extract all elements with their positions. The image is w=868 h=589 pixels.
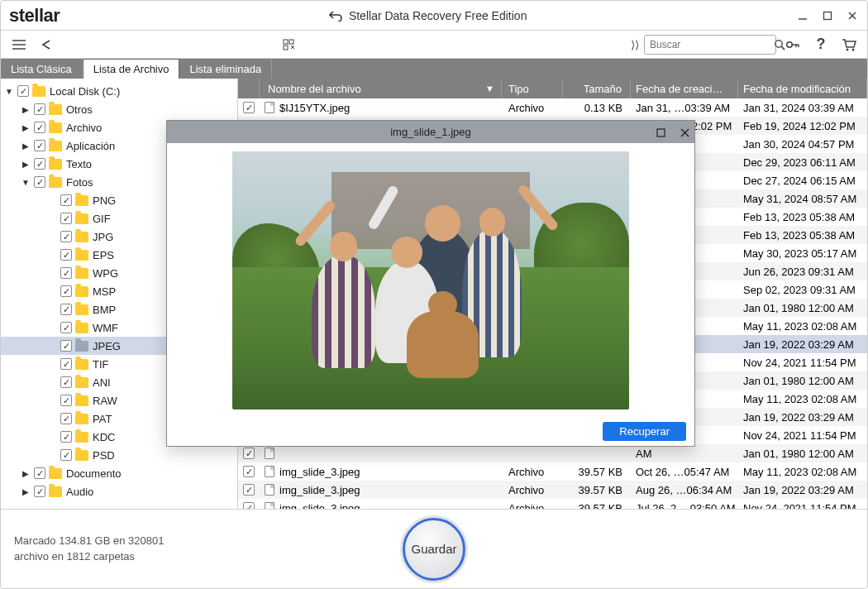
column-created[interactable]: Fecha de creaci… [631, 79, 738, 98]
file-modified: May 30, 2023 05:17 AM [738, 247, 867, 260]
svg-rect-2 [284, 40, 288, 44]
folder-icon [75, 341, 88, 352]
checkbox[interactable]: ✓ [34, 158, 45, 170]
file-icon [265, 102, 274, 113]
checkbox[interactable]: ✓ [34, 467, 45, 479]
checkbox[interactable]: ✓ [60, 267, 72, 279]
table-row[interactable]: ✓AMJan 01, 1980 12:00 AM [238, 444, 867, 462]
tree-label: MSP [93, 285, 116, 298]
folder-icon [49, 141, 62, 151]
save-button[interactable]: Guardar [403, 518, 465, 581]
file-icon [265, 484, 274, 496]
folder-icon [75, 286, 88, 297]
checkbox[interactable]: ✓ [60, 213, 72, 224]
checkbox[interactable]: ✓ [60, 194, 72, 206]
file-created: Jan 31, …03:39 AM [631, 102, 738, 114]
checkbox[interactable]: ✓ [60, 431, 72, 443]
table-row[interactable]: ✓$IJ15YTX.jpegArchivo0.13 KBJan 31, …03:… [238, 98, 867, 117]
checkbox[interactable]: ✓ [243, 448, 255, 459]
file-name: $IJ15YTX.jpeg [279, 102, 350, 114]
checkbox[interactable]: ✓ [243, 484, 255, 496]
checkbox[interactable]: ✓ [60, 304, 72, 315]
checkbox[interactable]: ✓ [60, 322, 72, 333]
twisty-icon[interactable]: ▶ [21, 141, 31, 151]
tree-otros[interactable]: ▶✓Otros [1, 100, 237, 118]
checkbox[interactable]: ✓ [60, 376, 72, 388]
tree-label: ANI [93, 376, 111, 389]
checkbox[interactable]: ✓ [60, 395, 72, 406]
preview-maximize-icon[interactable] [656, 128, 665, 137]
key-icon[interactable] [781, 35, 804, 55]
column-name[interactable]: Nombre del archivo▼ [260, 79, 502, 98]
folder-icon [75, 213, 88, 224]
checkbox[interactable]: ✓ [17, 85, 29, 97]
twisty-icon[interactable]: ▼ [21, 178, 31, 187]
cart-icon[interactable] [837, 35, 861, 55]
svg-point-7 [787, 41, 792, 46]
twisty-icon[interactable]: ▶ [21, 469, 31, 478]
preview-window[interactable]: img_slide_1.jpeg Recuperar [166, 120, 695, 447]
tree-psd[interactable]: ▶✓PSD [1, 446, 237, 464]
column-type[interactable]: Tipo [502, 79, 563, 98]
checkbox[interactable]: ✓ [243, 466, 255, 477]
back-button[interactable] [36, 35, 59, 55]
checkbox[interactable]: ✓ [34, 486, 45, 497]
checkbox[interactable]: ✓ [60, 285, 72, 297]
folder-icon [49, 177, 62, 188]
twisty-icon[interactable]: ▶ [21, 105, 31, 114]
checkbox[interactable]: ✓ [243, 502, 255, 509]
checkbox[interactable]: ✓ [60, 249, 72, 261]
file-size: 39.57 KB [563, 466, 631, 478]
checkbox[interactable]: ✓ [60, 358, 72, 370]
svg-rect-10 [657, 129, 665, 136]
checkbox[interactable]: ✓ [60, 413, 72, 424]
checkbox[interactable]: ✓ [34, 122, 45, 133]
menu-icon[interactable] [7, 35, 31, 55]
checkbox[interactable]: ✓ [34, 140, 45, 151]
tree-label: PAT [93, 413, 112, 425]
folder-icon [75, 359, 88, 370]
checkbox[interactable]: ✓ [60, 231, 72, 242]
file-modified: Jun 26, 2023 09:31 AM [738, 266, 867, 278]
checkbox[interactable]: ✓ [34, 176, 45, 188]
close-button[interactable] [846, 9, 859, 22]
tab-file[interactable]: Lista de Archivo [83, 59, 180, 79]
tree-root[interactable]: ▼✓Local Disk (C:) [1, 82, 237, 100]
twisty-icon[interactable]: ▶ [21, 123, 31, 132]
column-size[interactable]: Tamaño [563, 79, 631, 98]
twisty-icon[interactable]: ▶ [21, 160, 31, 169]
grid-view-icon[interactable] [279, 35, 302, 55]
tab-deleted[interactable]: Lista eliminada [179, 59, 272, 79]
tab-classic[interactable]: Lista Clásica [1, 59, 83, 79]
file-size: 39.57 KB [563, 502, 631, 510]
undo-icon[interactable] [329, 10, 342, 22]
search-field[interactable] [650, 39, 774, 50]
column-modified[interactable]: Fecha de modificación [738, 79, 867, 98]
folder-icon [75, 250, 88, 261]
checkbox[interactable]: ✓ [34, 103, 45, 115]
help-icon[interactable]: ? [809, 35, 832, 55]
tree-label: Fotos [66, 176, 93, 189]
svg-rect-3 [289, 40, 293, 44]
recover-button[interactable]: Recuperar [603, 422, 686, 441]
checkbox[interactable]: ✓ [60, 449, 72, 461]
table-row[interactable]: ✓img_slide_3.jpegArchivo39.57 KBOct 26, … [238, 462, 867, 481]
file-modified: May 11, 2023 02:08 AM [738, 466, 867, 478]
minimize-button[interactable] [796, 9, 809, 22]
twisty-icon[interactable]: ▶ [21, 487, 31, 496]
folder-icon [49, 468, 62, 479]
preview-close-icon[interactable] [680, 128, 689, 137]
checkbox[interactable]: ✓ [60, 340, 72, 352]
maximize-button[interactable] [821, 9, 834, 22]
table-row[interactable]: ✓img_slide_3.jpegArchivo39.57 KBAug 26, … [238, 481, 867, 499]
expand-icon[interactable]: ⟩⟩ [631, 38, 639, 51]
search-input[interactable] [644, 35, 776, 55]
tree-audio[interactable]: ▶✓Audio [1, 482, 237, 500]
file-modified: Jan 30, 2024 04:57 PM [738, 138, 867, 151]
tree-documento[interactable]: ▶✓Documento [1, 464, 237, 482]
checkbox[interactable]: ✓ [243, 102, 255, 113]
table-row[interactable]: ✓img_slide_3.jpegArchivo39.57 KBJul 26, … [238, 499, 867, 509]
twisty-icon[interactable]: ▼ [4, 87, 14, 96]
tree-label: Audio [66, 486, 93, 498]
file-icon [265, 502, 274, 509]
